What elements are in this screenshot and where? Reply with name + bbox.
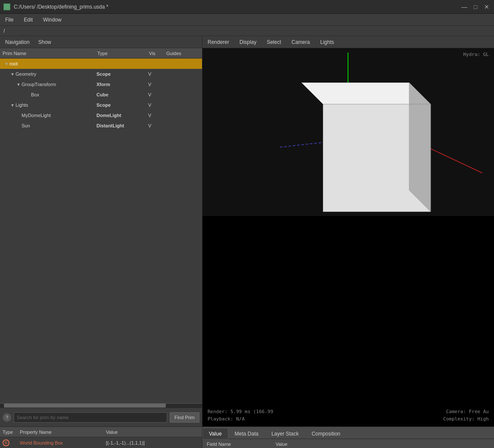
props-header-value: Value — [103, 429, 202, 435]
nav-toolbar: Navigation Show — [0, 36, 202, 48]
tree-scrollbar-thumb[interactable] — [4, 404, 165, 408]
viewport-render-time: Render: 5.99 ms (166.99 — [208, 408, 273, 416]
meta-header-value: Value — [271, 442, 494, 447]
tree-cell-vis: V — [146, 71, 164, 77]
menu-bar: File Edit Window — [0, 14, 494, 26]
tree-row[interactable]: MyDomeLight DomeLight V — [0, 110, 202, 120]
nav-navigation[interactable]: Navigation — [3, 38, 31, 46]
breadcrumb-path: / — [3, 28, 5, 34]
props-header-name: Property Name — [17, 429, 103, 435]
prim-search-help-button[interactable]: ? — [3, 413, 11, 422]
tree-toggle — [16, 124, 22, 128]
tree-row[interactable]: ▼ Geometry Scope V — [0, 69, 202, 79]
viewport-camera-info: Camera: Free Au Complexity: High — [443, 408, 489, 423]
vp-renderer[interactable]: Renderer — [206, 38, 231, 46]
close-button[interactable]: ✕ — [483, 3, 491, 11]
nav-show[interactable]: Show — [37, 38, 53, 46]
vp-select[interactable]: Select — [265, 38, 283, 46]
prop-type-icon: © — [3, 439, 9, 446]
tree-row-label: root — [9, 61, 18, 66]
tree-toggle[interactable]: ▼ — [3, 62, 9, 66]
tab-metadata[interactable]: Meta Data — [228, 428, 265, 439]
meta-tabs: Value Meta Data Layer Stack Composition — [202, 427, 494, 439]
tree-row-label: Box — [31, 92, 39, 97]
left-panel: Navigation Show Prim Name Type Vis Guide… — [0, 36, 202, 426]
vp-display[interactable]: Display — [238, 38, 258, 46]
tab-value[interactable]: Value — [202, 428, 228, 439]
tree-cell-type: Scope — [95, 102, 146, 108]
props-table: Type Property Name Value © World Boundin… — [0, 427, 202, 448]
tree-row[interactable]: ▼ GroupTransform Xform V — [0, 79, 202, 90]
minimize-button[interactable]: — — [460, 3, 468, 11]
tree-row-label: MyDomeLight — [22, 113, 51, 118]
props-panel: Type Property Name Value © World Boundin… — [0, 427, 202, 448]
tree-header-prim-name: Prim Name — [0, 51, 95, 56]
tree-header: Prim Name Type Vis Guides — [0, 48, 202, 59]
tree-toggle — [25, 93, 31, 97]
tree-cell-type: Xform — [95, 82, 146, 87]
props-header-type: Type — [0, 429, 17, 435]
tree-toggle[interactable]: ▼ — [9, 103, 16, 108]
viewport-playback: Playback: N/A — [208, 415, 273, 423]
tree-row-label: Sun — [22, 123, 30, 128]
meta-panel: Value Meta Data Layer Stack Composition … — [202, 427, 494, 448]
props-cell-value: [(-1,-1,-1)...(1,1,1)] — [103, 440, 202, 445]
meta-table: Field Name Value [object type] Prim [pat… — [202, 439, 494, 448]
tree-header-guides: Guides — [164, 51, 190, 56]
tree-cell-vis: V — [146, 102, 164, 108]
tree-cell-type: DomeLight — [95, 113, 146, 118]
tree-cell-type: DistantLight — [95, 123, 146, 128]
tree-toggle[interactable]: ▼ — [9, 72, 16, 77]
menu-edit[interactable]: Edit — [22, 16, 34, 24]
tree-header-type: Type — [95, 51, 146, 56]
tree-toggle — [16, 113, 22, 118]
tree-cell-vis: V — [146, 92, 164, 97]
menu-file[interactable]: File — [3, 16, 15, 24]
viewport-3d-scene — [202, 48, 494, 216]
title-bar-title: C:/Users/ /Desktop/defining_prims.usda * — [14, 4, 108, 10]
tree-cell-type: Scope — [95, 71, 146, 77]
tree-row-label: GroupTransform — [22, 82, 56, 87]
viewport-hydra-label: Hydra: GL — [463, 52, 489, 57]
tree-row[interactable]: ▼ root — [0, 59, 202, 69]
prim-search-input[interactable] — [14, 412, 167, 423]
props-cell-type: © — [0, 439, 17, 446]
meta-header-field: Field Name — [202, 442, 271, 447]
find-prim-button[interactable]: Find Prim — [170, 412, 199, 423]
viewport-canvas[interactable]: Hydra: GL Render: 5.99 ms (166.99 Playba… — [202, 48, 494, 426]
maximize-button[interactable]: □ — [472, 3, 479, 11]
props-header: Type Property Name Value — [0, 427, 202, 437]
tree-row[interactable]: ▼ Lights Scope V — [0, 100, 202, 110]
tree-scrollbar[interactable] — [0, 403, 202, 408]
title-bar: C:/Users/ /Desktop/defining_prims.usda *… — [0, 0, 494, 14]
tree-header-vis: Vis — [146, 51, 164, 56]
tab-composition[interactable]: Composition — [305, 428, 347, 439]
tree-cell-type: Cube — [95, 92, 146, 97]
tree-row[interactable]: Sun DistantLight V — [0, 120, 202, 131]
tree-cell-vis: V — [146, 82, 164, 87]
main-layout: Navigation Show Prim Name Type Vis Guide… — [0, 36, 494, 426]
vp-lights[interactable]: Lights — [318, 38, 336, 46]
props-cell-name: World Bounding Box — [17, 440, 103, 445]
tab-layer-stack[interactable]: Layer Stack — [265, 428, 305, 439]
viewport-complexity: Complexity: High — [443, 415, 489, 423]
viewport-camera: Camera: Free Au — [443, 408, 489, 416]
breadcrumb: / — [0, 26, 494, 36]
tree-view[interactable]: Prim Name Type Vis Guides ▼ root — [0, 48, 202, 403]
tree-row-label: Geometry — [16, 71, 36, 77]
tree-toggle[interactable]: ▼ — [16, 82, 22, 87]
menu-window[interactable]: Window — [41, 16, 63, 24]
viewport-panel: Renderer Display Select Camera Lights — [202, 36, 494, 426]
props-row[interactable]: © World Bounding Box [(-1,-1,-1)...(1,1,… — [0, 437, 202, 448]
title-bar-left: C:/Users/ /Desktop/defining_prims.usda * — [3, 3, 108, 10]
tree-row-label: Lights — [16, 102, 28, 108]
vp-camera[interactable]: Camera — [290, 38, 312, 46]
tree-cell-vis: V — [146, 113, 164, 118]
tree-row[interactable]: Box Cube V — [0, 90, 202, 100]
svg-marker-6 — [409, 83, 431, 212]
tree-cell-vis: V — [146, 123, 164, 128]
viewport-toolbar: Renderer Display Select Camera Lights — [202, 36, 494, 48]
prim-search-bar: ? Find Prim — [0, 408, 202, 426]
title-bar-controls[interactable]: — □ ✕ — [460, 3, 491, 11]
app-icon — [3, 3, 10, 10]
